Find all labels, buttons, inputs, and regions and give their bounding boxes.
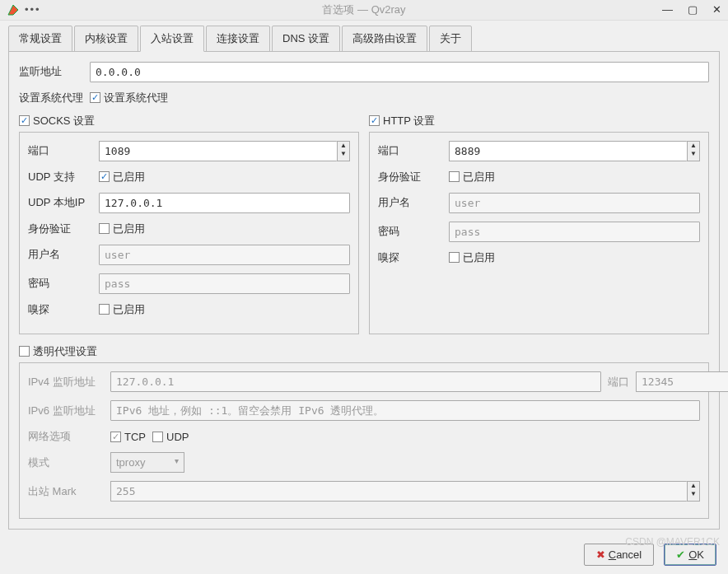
spin-up-icon[interactable]: ▲ bbox=[338, 142, 349, 150]
listen-input[interactable] bbox=[90, 62, 709, 82]
minimize-icon[interactable]: — bbox=[662, 3, 673, 16]
spin-down-icon[interactable]: ▼ bbox=[338, 150, 349, 158]
http-pass-input bbox=[449, 222, 700, 242]
socks-auth-checkbox[interactable]: 已启用 bbox=[99, 222, 145, 236]
tproxy-fieldset: IPv4 监听地址 端口 ▲▼ IPv6 监听地址 网络选项 ✓TCP UDP … bbox=[19, 362, 709, 519]
ok-button[interactable]: ✔ OK bbox=[664, 544, 716, 566]
tproxy-port-input bbox=[636, 371, 728, 392]
socks-port-input[interactable] bbox=[99, 141, 337, 161]
http-enable-checkbox[interactable]: ✓ HTTP 设置 bbox=[369, 114, 435, 128]
ok-icon: ✔ bbox=[676, 548, 685, 561]
http-port-input[interactable] bbox=[449, 141, 687, 161]
socks-enable-checkbox[interactable]: ✓ SOCKS 设置 bbox=[19, 114, 95, 128]
tproxy-enable-checkbox[interactable]: 透明代理设置 bbox=[19, 344, 97, 359]
spin-down-icon[interactable]: ▼ bbox=[688, 150, 699, 158]
tproxy-mark-input bbox=[110, 481, 687, 502]
http-sniff-checkbox[interactable]: 已启用 bbox=[449, 250, 495, 265]
socks-udp-checkbox[interactable]: ✓已启用 bbox=[99, 170, 145, 184]
window-title: 首选项 — Qv2ray bbox=[0, 2, 728, 17]
tab-inbound[interactable]: 入站设置 bbox=[140, 26, 204, 52]
tproxy-ipv6-input bbox=[110, 400, 700, 421]
sysproxy-checkbox[interactable]: ✓设置系统代理 bbox=[90, 91, 168, 105]
tabs: 常规设置 内核设置 入站设置 连接设置 DNS 设置 高级路由设置 关于 bbox=[0, 21, 728, 52]
tab-connection[interactable]: 连接设置 bbox=[206, 26, 270, 52]
spin-up-icon[interactable]: ▲ bbox=[688, 142, 699, 150]
socks-localip-input[interactable] bbox=[99, 193, 350, 213]
cancel-button[interactable]: ✖ Cancel bbox=[584, 544, 654, 566]
tab-general[interactable]: 常规设置 bbox=[8, 26, 72, 52]
socks-user-input bbox=[99, 245, 350, 265]
maximize-icon[interactable]: ▢ bbox=[688, 3, 698, 16]
socks-fieldset: 端口 ▲▼ UDP 支持 ✓已启用 UDP 本地IP 身份验证 已启用 用户名 … bbox=[19, 132, 359, 334]
spin-down-icon: ▼ bbox=[688, 490, 699, 498]
menu-dots-icon[interactable]: ••• bbox=[25, 3, 41, 16]
http-user-input bbox=[449, 193, 700, 213]
cancel-icon: ✖ bbox=[596, 548, 605, 561]
tproxy-tcp-checkbox: ✓TCP bbox=[110, 431, 146, 443]
titlebar: ••• 首选项 — Qv2ray — ▢ ✕ bbox=[0, 0, 728, 21]
socks-pass-input bbox=[99, 273, 350, 294]
socks-sniff-checkbox[interactable]: 已启用 bbox=[99, 302, 145, 317]
tab-dns[interactable]: DNS 设置 bbox=[272, 26, 340, 52]
spin-up-icon: ▲ bbox=[688, 482, 699, 490]
tproxy-ipv4-input bbox=[110, 371, 601, 392]
tab-about[interactable]: 关于 bbox=[429, 26, 472, 52]
http-auth-checkbox[interactable]: 已启用 bbox=[449, 170, 495, 184]
tproxy-udp-checkbox: UDP bbox=[152, 431, 189, 443]
panel-inbound: 监听地址 设置系统代理 ✓设置系统代理 ✓ SOCKS 设置 端口 ▲▼ UDP… bbox=[8, 51, 720, 530]
tproxy-mode-select: tproxy bbox=[110, 452, 184, 473]
tab-routing[interactable]: 高级路由设置 bbox=[342, 26, 427, 52]
dialog-buttons: ✖ Cancel ✔ OK bbox=[0, 535, 728, 574]
tab-kernel[interactable]: 内核设置 bbox=[74, 26, 138, 52]
app-icon bbox=[7, 3, 20, 16]
listen-label: 监听地址 bbox=[19, 64, 83, 79]
close-icon[interactable]: ✕ bbox=[712, 3, 721, 16]
sysproxy-label: 设置系统代理 bbox=[19, 91, 83, 105]
http-fieldset: 端口 ▲▼ 身份验证 已启用 用户名 密码 嗅探 已启用 bbox=[369, 132, 709, 334]
